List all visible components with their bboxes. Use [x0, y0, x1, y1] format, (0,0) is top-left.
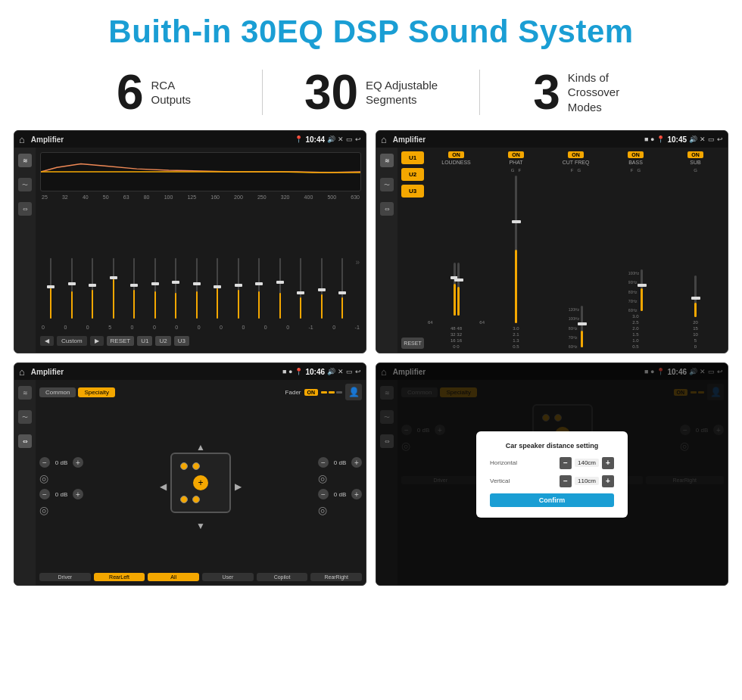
- dialog-box: Car speaker distance setting Horizontal …: [476, 431, 628, 518]
- fader-arrow-left[interactable]: ◀: [160, 481, 167, 492]
- sub-label: SUB: [690, 160, 700, 165]
- fader-arrow-right[interactable]: ▶: [235, 481, 242, 492]
- slider-4[interactable]: [104, 258, 123, 319]
- person-icon[interactable]: 👤: [345, 384, 362, 400]
- home-icon-3[interactable]: ⌂: [19, 366, 25, 378]
- bass-on[interactable]: ON: [628, 151, 644, 158]
- fader-center-dot[interactable]: +: [193, 475, 208, 490]
- slider-3[interactable]: [83, 258, 102, 319]
- vol-plus-1[interactable]: +: [73, 457, 83, 468]
- stat-number-crossover: 3: [533, 68, 560, 117]
- arrows-icon-3[interactable]: ⇔: [18, 434, 32, 448]
- vol-plus-3[interactable]: +: [351, 457, 362, 468]
- vol-icon: 🔊: [327, 135, 335, 143]
- slider-10[interactable]: [229, 258, 248, 319]
- more-icon[interactable]: »: [356, 258, 360, 266]
- vol-minus-4[interactable]: −: [318, 489, 329, 499]
- slider-15[interactable]: [333, 258, 352, 319]
- back-icon[interactable]: ↩: [355, 135, 361, 143]
- eq-icon-2[interactable]: ≋: [380, 154, 394, 167]
- arrows-icon[interactable]: ⇔: [18, 202, 32, 216]
- vertical-plus[interactable]: +: [602, 475, 614, 487]
- wave-icon-3[interactable]: 〜: [18, 410, 32, 424]
- back-icon-3[interactable]: ↩: [355, 368, 361, 375]
- fader-arrow-up[interactable]: ▲: [196, 442, 205, 453]
- vol-minus-2[interactable]: −: [39, 489, 50, 499]
- copilot-btn[interactable]: Copilot: [257, 573, 308, 581]
- bullet-icon-3: ■ ●: [282, 368, 292, 375]
- sub-on[interactable]: ON: [687, 151, 703, 158]
- slider-14[interactable]: [313, 258, 332, 319]
- user-btn[interactable]: User: [202, 573, 254, 581]
- slider-8[interactable]: [188, 258, 207, 319]
- reset-btn-2[interactable]: RESET: [401, 338, 424, 349]
- fader-tabs: Common Specialty Fader ON 👤: [39, 384, 362, 400]
- rearright-btn[interactable]: RearRight: [310, 573, 362, 581]
- slider-6[interactable]: [146, 258, 165, 319]
- seat-fl[interactable]: [180, 462, 188, 470]
- u2-preset[interactable]: U2: [401, 168, 424, 181]
- next-button[interactable]: ▶: [90, 336, 104, 346]
- eq-values: 00050 00000 00-10-1: [40, 325, 361, 330]
- u1-preset[interactable]: U1: [401, 151, 424, 164]
- u1-button[interactable]: U1: [137, 336, 152, 346]
- driver-btn[interactable]: Driver: [39, 573, 91, 581]
- home-icon[interactable]: ⌂: [19, 134, 25, 145]
- fader-content: − 0 dB + ◎ − 0 dB + ◎: [39, 403, 362, 570]
- screen1-content: ≋ 〜 ⇔ 2532 4050 6380 100125 1602: [14, 148, 366, 353]
- u2-button[interactable]: U2: [155, 336, 170, 346]
- slider-1[interactable]: [42, 258, 61, 319]
- back-icon-2[interactable]: ↩: [717, 135, 723, 143]
- all-btn[interactable]: All: [148, 573, 199, 581]
- slider-11[interactable]: [250, 258, 269, 319]
- vol-plus-2[interactable]: +: [73, 489, 83, 499]
- slider-7[interactable]: [167, 258, 186, 319]
- arrows-icon-2[interactable]: ⇔: [380, 202, 394, 216]
- phat-on[interactable]: ON: [508, 151, 524, 158]
- slider-2[interactable]: [63, 258, 82, 319]
- vol-minus-3[interactable]: −: [318, 457, 329, 468]
- screen-eq: ⌂ Amplifier 📍 10:44 🔊 ✕ ▭ ↩ ≋ 〜 ⇔: [14, 130, 366, 353]
- tab-specialty[interactable]: Specialty: [78, 387, 114, 397]
- stat-label-eq: EQ Adjustable Segments: [366, 78, 438, 107]
- seat-rr[interactable]: [192, 496, 200, 503]
- horizontal-minus[interactable]: −: [560, 457, 572, 469]
- slider-13[interactable]: [292, 258, 310, 319]
- rearleft-btn[interactable]: RearLeft: [94, 573, 145, 581]
- seat-fr[interactable]: [192, 462, 200, 470]
- loudness-label: LOUDNESS: [441, 160, 471, 165]
- fader-arrow-down[interactable]: ▼: [196, 521, 205, 531]
- cutfreq-on[interactable]: ON: [568, 151, 584, 158]
- ctrl-loudness: ON LOUDNESS 6464 48 48 32 32 16 16 0 0: [428, 151, 485, 349]
- vol-minus-1[interactable]: −: [39, 457, 50, 468]
- pin-icon-2: 📍: [656, 135, 665, 143]
- pin-icon: 📍: [295, 135, 303, 143]
- home-icon-2[interactable]: ⌂: [381, 134, 387, 145]
- fader-toggle[interactable]: [321, 391, 342, 394]
- prev-button[interactable]: ◀: [40, 336, 54, 346]
- wave-icon[interactable]: 〜: [18, 178, 32, 191]
- loudness-on[interactable]: ON: [448, 151, 464, 158]
- ctrl-phat: ON PHAT GF 3.0 2.1 1.3 0.5: [488, 151, 544, 349]
- seat-rl[interactable]: [180, 496, 188, 503]
- u3-button[interactable]: U3: [174, 336, 189, 346]
- bullet-icon: ■ ●: [644, 135, 654, 143]
- screen-fader: ⌂ Amplifier ■ ● 📍 10:46 🔊 ✕ ▭ ↩ ≋ 〜 ⇔ C: [14, 362, 366, 586]
- confirm-button[interactable]: Confirm: [490, 493, 614, 507]
- fader-on-btn[interactable]: ON: [304, 389, 319, 396]
- horizontal-plus[interactable]: +: [602, 457, 614, 469]
- dialog-horizontal-row: Horizontal − 140cm +: [490, 457, 614, 469]
- slider-9[interactable]: [208, 258, 227, 319]
- reset-button[interactable]: RESET: [107, 336, 135, 346]
- u3-preset[interactable]: U3: [401, 185, 424, 198]
- wave-icon-2[interactable]: 〜: [380, 178, 394, 191]
- side-icons-1: ≋ 〜 ⇔: [14, 148, 36, 353]
- vol-plus-4[interactable]: +: [351, 489, 362, 499]
- eq-icon[interactable]: ≋: [18, 154, 32, 167]
- tab-common[interactable]: Common: [39, 387, 76, 397]
- slider-5[interactable]: [125, 258, 144, 319]
- pin-icon-3: 📍: [295, 368, 303, 375]
- slider-12[interactable]: [271, 258, 290, 319]
- vertical-minus[interactable]: −: [560, 475, 572, 487]
- eq-icon-3[interactable]: ≋: [18, 386, 32, 400]
